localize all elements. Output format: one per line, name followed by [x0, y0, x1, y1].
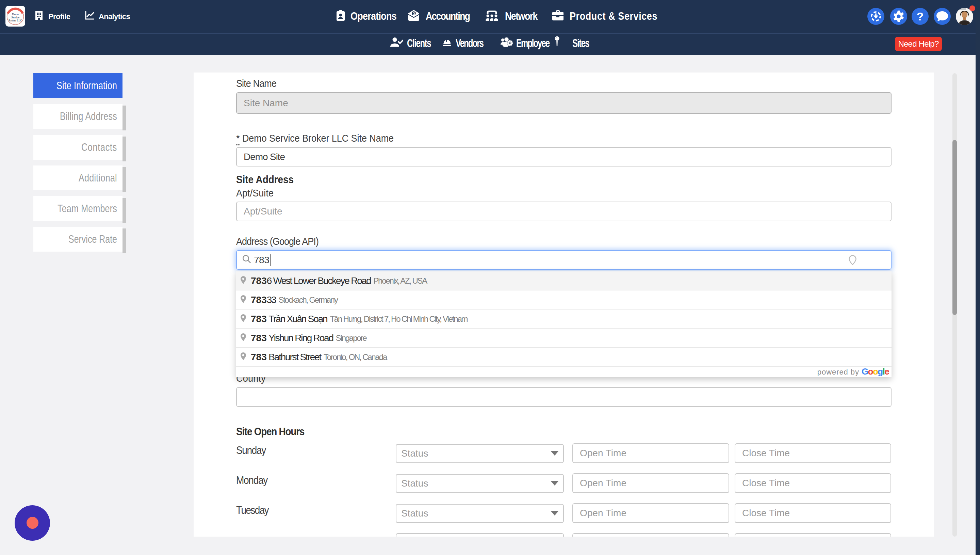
svg-text:Broker LLC: Broker LLC	[8, 19, 22, 22]
svg-text:Demo: Demo	[12, 13, 19, 16]
svg-text:Service: Service	[11, 16, 19, 19]
